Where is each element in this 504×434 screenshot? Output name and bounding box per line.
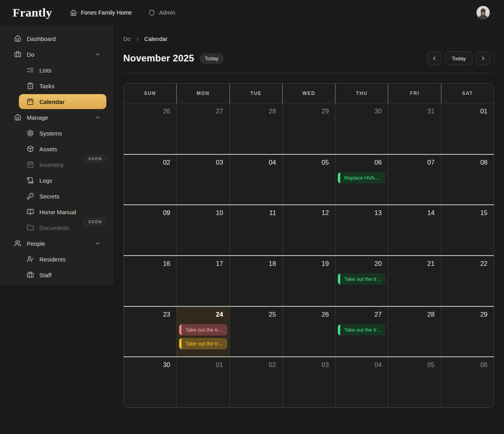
event-chip[interactable]: Take out the trash — [179, 324, 227, 336]
key-icon — [27, 193, 34, 200]
main-content: Do Calendar November 2025 Today Today SU… — [113, 25, 504, 408]
calendar-cell[interactable]: 19 — [282, 256, 335, 306]
sidebar-item-do[interactable]: Do — [6, 47, 106, 62]
event-list: Take out the trash — [338, 324, 385, 336]
event-chip[interactable]: Take out the trash — [338, 273, 385, 285]
sidebar-item-calendar[interactable]: Calendar — [19, 94, 106, 109]
sidebar-item-lists[interactable]: Lists — [19, 63, 106, 78]
calendar-cell[interactable]: 27Take out the trash — [335, 307, 388, 357]
event-chip[interactable]: Take out the trash — [179, 338, 227, 349]
date-number: 11 — [236, 209, 276, 217]
date-number: 27 — [183, 108, 223, 115]
breadcrumb-parent[interactable]: Do — [123, 36, 131, 42]
date-number: 13 — [342, 209, 382, 217]
calendar-cell[interactable]: 01 — [176, 357, 229, 407]
calendar-cell[interactable]: 01 — [441, 104, 494, 154]
today-button[interactable]: Today — [445, 51, 472, 65]
calendar-cell[interactable]: 26 — [124, 104, 176, 154]
sidebar-item-label: Calendar — [39, 98, 65, 105]
event-list: Take out the trash — [338, 273, 385, 285]
calendar-cell[interactable]: 21 — [388, 256, 441, 306]
date-number: 31 — [395, 108, 434, 115]
calendar-cell[interactable]: 29 — [282, 104, 335, 154]
calendar-cell-today[interactable]: 24Take out the trashTake out the trash — [176, 307, 229, 357]
calendar-cell[interactable]: 20Take out the trash — [335, 256, 388, 306]
sidebar-item-dashboard[interactable]: Dashboard — [6, 31, 106, 46]
calendar-cell[interactable]: 14 — [388, 205, 441, 255]
date-number: 02 — [236, 361, 276, 369]
date-number: 15 — [448, 209, 487, 217]
user-avatar[interactable] — [476, 6, 490, 19]
calendar-cell[interactable]: 27 — [176, 104, 229, 154]
date-number: 20 — [342, 260, 382, 267]
user-check-icon — [27, 256, 34, 263]
home-icon — [14, 114, 21, 121]
sidebar-item-secrets[interactable]: Secrets — [19, 189, 106, 204]
calendar-cell[interactable]: 05 — [282, 155, 335, 205]
calendar-cell[interactable]: 10 — [176, 205, 229, 255]
calendar-cell[interactable]: 28 — [230, 104, 282, 154]
calendar-cell[interactable]: 04 — [335, 357, 388, 407]
event-chip[interactable]: Replace HVAC Fil... — [338, 172, 385, 184]
calendar-cell[interactable]: 26 — [282, 307, 335, 357]
calendar-cell[interactable]: 28 — [388, 307, 441, 357]
date-number: 18 — [236, 260, 276, 267]
gear-icon — [27, 130, 34, 137]
calendar-cell[interactable]: 18 — [230, 256, 282, 306]
calendar-cell[interactable]: 30 — [335, 104, 388, 154]
briefcase-icon — [14, 51, 21, 58]
calendar-cell[interactable]: 03 — [176, 155, 229, 205]
calendar-cell[interactable]: 06Replace HVAC Fil... — [335, 155, 388, 205]
calendar-cell[interactable]: 16 — [124, 256, 176, 306]
date-number: 17 — [183, 260, 223, 267]
calendar-cell[interactable]: 13 — [335, 205, 388, 255]
sidebar-item-manage[interactable]: Manage — [6, 110, 106, 125]
prev-month-button[interactable] — [427, 51, 441, 65]
calendar-controls: Today — [427, 51, 494, 65]
sidebar-item-logs[interactable]: Logs — [19, 173, 106, 188]
calendar-cell[interactable]: 25 — [230, 307, 282, 357]
calendar-cell[interactable]: 05 — [388, 357, 441, 407]
briefcase-icon — [27, 271, 34, 278]
calendar-day-headers: SUNMONTUEWEDTHUFRISAT — [124, 83, 494, 103]
calendar-cell[interactable]: 12 — [282, 205, 335, 255]
calendar-cell[interactable]: 30 — [124, 357, 176, 407]
calendar-week-row: 26272829303101 — [124, 103, 494, 154]
date-number: 27 — [342, 311, 382, 318]
event-chip[interactable]: Take out the trash — [338, 324, 385, 336]
next-month-button[interactable] — [476, 51, 490, 65]
date-number: 14 — [395, 209, 434, 217]
calendar-cell[interactable]: 29 — [441, 307, 494, 357]
event-list: Replace HVAC Fil... — [338, 172, 385, 184]
calendar-cell[interactable]: 06 — [441, 357, 494, 407]
sidebar-item-label: Systems — [39, 130, 62, 137]
calendar-cell[interactable]: 31 — [388, 104, 441, 154]
sidebar-item-systems[interactable]: Systems — [19, 126, 106, 141]
sidebar-item-residents[interactable]: Residents — [19, 252, 106, 267]
sidebar-item-people[interactable]: People — [6, 236, 106, 251]
calendar-cell[interactable]: 02 — [124, 155, 176, 205]
calendar-cell[interactable]: 02 — [230, 357, 282, 407]
calendar-cell[interactable]: 08 — [441, 155, 494, 205]
calendar-cell[interactable]: 22 — [441, 256, 494, 306]
calendar-cell[interactable]: 15 — [441, 205, 494, 255]
date-number: 06 — [342, 159, 382, 166]
event-label: Take out the trash — [185, 327, 224, 333]
sidebar-item-assets[interactable]: Assets — [19, 141, 106, 156]
home-selector[interactable]: Fones Family Home — [70, 9, 132, 16]
calendar-cell[interactable]: 04 — [230, 155, 282, 205]
admin-role[interactable]: Admin — [148, 9, 175, 16]
sidebar-item-staff[interactable]: Staff — [19, 267, 106, 282]
calendar-cell[interactable]: 09 — [124, 205, 176, 255]
calendar-cell[interactable]: 11 — [230, 205, 282, 255]
sidebar-item-home-manual[interactable]: Home Manual — [19, 204, 106, 219]
date-number: 26 — [130, 108, 170, 115]
home-icon — [70, 9, 77, 16]
calendar-cell[interactable]: 03 — [282, 357, 335, 407]
sidebar-item-tasks[interactable]: Tasks — [19, 78, 106, 93]
calendar-cell[interactable]: 23 — [124, 307, 176, 357]
sidebar-item-label: Assets — [39, 146, 57, 152]
calendar-cell[interactable]: 07 — [388, 155, 441, 205]
calendar-week-row: 1617181920Take out the trash2122 — [124, 255, 494, 306]
calendar-cell[interactable]: 17 — [176, 256, 229, 306]
